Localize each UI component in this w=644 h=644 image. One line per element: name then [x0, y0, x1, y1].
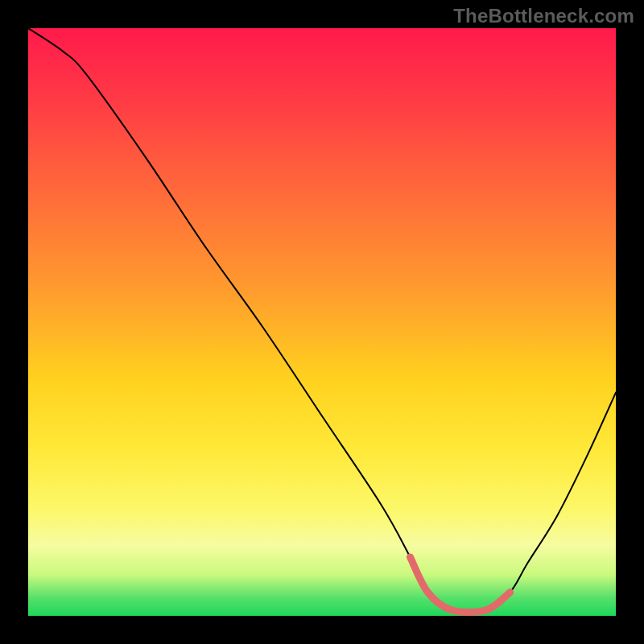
valley-highlight-path — [411, 557, 510, 612]
chart-frame: TheBottleneck.com — [0, 0, 644, 644]
chart-svg — [28, 28, 616, 616]
watermark-text: TheBottleneck.com — [453, 5, 634, 27]
chart-plot-area — [28, 28, 616, 616]
bottleneck-curve-path — [28, 28, 616, 612]
